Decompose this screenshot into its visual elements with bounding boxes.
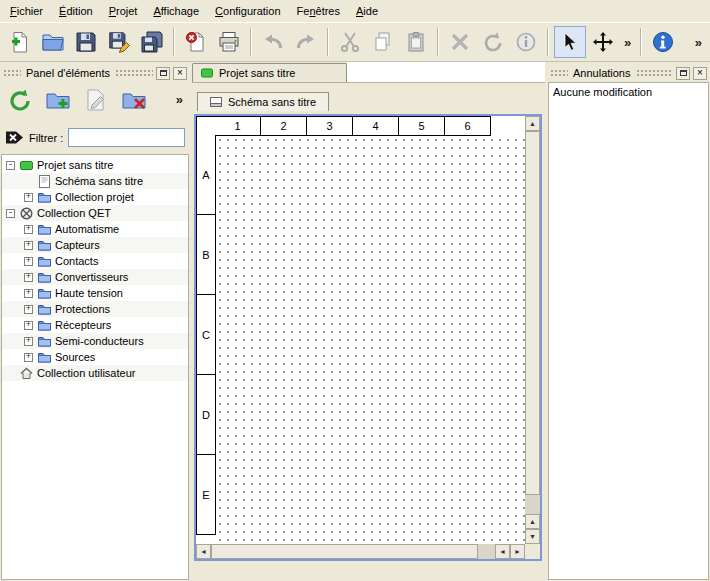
- vertical-scroll-thumb[interactable]: [525, 131, 540, 495]
- toolbar-overflow-chevron[interactable]: »: [620, 35, 635, 50]
- scroll-up-button[interactable]: ▲: [525, 116, 540, 131]
- tree-item-convertisseurs[interactable]: +Convertisseurs: [2, 269, 188, 285]
- folder-icon: [37, 351, 51, 364]
- move-arrows-icon: [592, 31, 614, 53]
- reload-collections-button[interactable]: [6, 86, 34, 114]
- scroll-left-button[interactable]: ◄: [495, 544, 510, 559]
- schema-tab-bar: Schéma sans titre: [192, 89, 545, 111]
- menu-item-fenetres[interactable]: Fenêtres: [289, 2, 348, 20]
- tree-expand-icon[interactable]: +: [24, 337, 33, 346]
- save-as-button[interactable]: [103, 26, 135, 58]
- delete-element-button[interactable]: [120, 86, 148, 114]
- filter-input[interactable]: [68, 128, 185, 147]
- tree-item-capteurs[interactable]: +Capteurs: [2, 237, 188, 253]
- horizontal-scrollbar[interactable]: ◄ ◄ ►: [196, 544, 525, 559]
- toolbar-extension-chevron[interactable]: »: [691, 35, 706, 50]
- scroll-right-button[interactable]: ►: [510, 544, 525, 559]
- new-element-button[interactable]: [44, 86, 72, 114]
- element-info-button[interactable]: [510, 26, 542, 58]
- move-tool-button[interactable]: [587, 26, 619, 58]
- tree-expand-icon[interactable]: +: [24, 289, 33, 298]
- tree-expand-icon[interactable]: +: [24, 193, 33, 202]
- column-header: 6: [445, 116, 491, 136]
- undo-panel-header: Annulations ×: [547, 65, 710, 81]
- selection-tool-button[interactable]: [554, 26, 586, 58]
- tree-item-schema-sans-titre[interactable]: Schéma sans titre: [2, 173, 188, 189]
- dock-grip-handle[interactable]: [636, 69, 674, 77]
- open-project-button[interactable]: [37, 26, 69, 58]
- tree-item-protections[interactable]: +Protections: [2, 301, 188, 317]
- panel-overflow-chevron[interactable]: »: [172, 92, 187, 107]
- undo-button[interactable]: [257, 26, 289, 58]
- tree-expand-icon[interactable]: +: [24, 241, 33, 250]
- tree-expand-icon[interactable]: +: [24, 353, 33, 362]
- horizontal-scroll-track[interactable]: [211, 544, 495, 559]
- tab-schema-sans-titre[interactable]: Schéma sans titre: [197, 92, 329, 111]
- folder-icon: [37, 303, 51, 316]
- dock-float-button[interactable]: [676, 67, 690, 80]
- tree-expand-icon[interactable]: +: [24, 321, 33, 330]
- dock-close-button[interactable]: ×: [693, 67, 707, 80]
- redo-button[interactable]: [290, 26, 322, 58]
- scroll-up-button[interactable]: ▲: [525, 514, 540, 529]
- tree-item-automatisme[interactable]: +Automatisme: [2, 221, 188, 237]
- cut-button[interactable]: [334, 26, 366, 58]
- dock-grip-handle[interactable]: [550, 69, 568, 77]
- dock-close-button[interactable]: ×: [173, 67, 187, 80]
- menu-item-affichage[interactable]: Affichage: [145, 2, 207, 20]
- tree-item-collection-utilisateur[interactable]: Collection utilisateur: [2, 365, 188, 381]
- tree-collapse-icon[interactable]: -: [6, 209, 15, 218]
- tree-item-sources[interactable]: +Sources: [2, 349, 188, 365]
- about-qet-button[interactable]: [647, 26, 679, 58]
- scroll-down-button[interactable]: ▼: [525, 529, 540, 544]
- rotate-button[interactable]: [477, 26, 509, 58]
- copy-icon: [372, 31, 394, 53]
- tree-expand-icon[interactable]: +: [24, 273, 33, 282]
- menu-label-mnemonic: P: [109, 5, 116, 17]
- home-icon: [19, 367, 33, 380]
- tree-expand-icon[interactable]: +: [24, 305, 33, 314]
- menu-label: Fe: [297, 5, 310, 17]
- tree-item-semi-conducteurs[interactable]: +Semi-conducteurs: [2, 333, 188, 349]
- folder-icon: [37, 335, 51, 348]
- new-element-icon: [46, 88, 70, 112]
- close-document-button[interactable]: [180, 26, 212, 58]
- tree-item-contacts[interactable]: +Contacts: [2, 253, 188, 269]
- tree-item-collection-projet[interactable]: +Collection projet: [2, 189, 188, 205]
- delete-button[interactable]: [444, 26, 476, 58]
- undo-history-list[interactable]: Aucune modification: [548, 82, 709, 580]
- tree-item-haute-tension[interactable]: +Haute tension: [2, 285, 188, 301]
- print-button[interactable]: [213, 26, 245, 58]
- scroll-left-button[interactable]: ◄: [196, 544, 211, 559]
- dock-grip-handle[interactable]: [3, 69, 21, 77]
- menu-item-aide[interactable]: Aide: [348, 2, 386, 20]
- tree-expand-icon[interactable]: +: [24, 257, 33, 266]
- vertical-scroll-track[interactable]: [525, 131, 540, 514]
- tree-collapse-icon[interactable]: -: [6, 161, 15, 170]
- save-button[interactable]: [70, 26, 102, 58]
- schema-canvas[interactable]: 1 2 3 4 5 6 A B C D: [196, 116, 525, 544]
- tree-item-collection-qet[interactable]: -Collection QET: [2, 205, 188, 221]
- new-document-button[interactable]: [4, 26, 36, 58]
- tree-item-recepteurs[interactable]: +Récepteurs: [2, 317, 188, 333]
- clear-filter-icon[interactable]: [5, 130, 24, 145]
- column-header: 5: [399, 116, 445, 136]
- menu-item-projet[interactable]: Projet: [101, 2, 146, 20]
- menu-item-configuration[interactable]: Configuration: [207, 2, 288, 20]
- schema-grid[interactable]: [216, 136, 525, 544]
- edit-element-button[interactable]: [82, 86, 110, 114]
- tree-expand-icon[interactable]: +: [24, 225, 33, 234]
- tree-item-projet-sans-titre[interactable]: -Projet sans titre: [2, 157, 188, 173]
- menu-item-fichier[interactable]: Fichier: [2, 2, 51, 20]
- menu-item-edition[interactable]: Édition: [51, 2, 101, 20]
- dock-float-button[interactable]: [156, 67, 170, 80]
- paste-button[interactable]: [400, 26, 432, 58]
- horizontal-scroll-thumb[interactable]: [211, 544, 478, 559]
- dock-grip-handle[interactable]: [115, 69, 153, 77]
- vertical-scrollbar[interactable]: ▲ ▲ ▼: [525, 116, 540, 544]
- copy-button[interactable]: [367, 26, 399, 58]
- save-all-button[interactable]: [136, 26, 168, 58]
- tab-projet-sans-titre[interactable]: Projet sans titre: [192, 63, 347, 82]
- folder-icon: [37, 191, 51, 204]
- qet-collection-icon: [19, 207, 33, 220]
